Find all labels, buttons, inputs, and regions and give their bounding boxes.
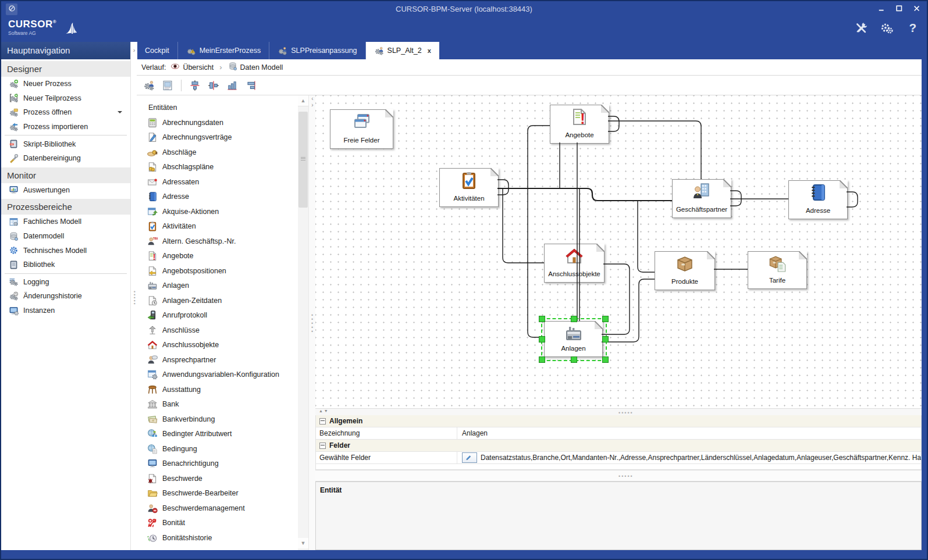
entity-item-akquise-aktionen[interactable]: Akquise-Aktionen [137, 204, 298, 219]
sidebar-item-skript-bibliothek[interactable]: Skript-Bibliothek [1, 137, 130, 151]
diagram-node-anschlussobjekte[interactable]: Anschlussobjekte [544, 244, 605, 283]
horizontal-splitter-grip-2[interactable]: ••••• [618, 473, 634, 479]
property-row-bezeichnung[interactable]: BezeichnungAnlagen [316, 427, 921, 440]
tab-cockpit[interactable]: Cockpit [137, 42, 178, 59]
diagram-edge-bus-produkte[interactable] [638, 201, 655, 272]
entity-item-anwendungsvariablen-konfiguration[interactable]: Anwendungsvariablen-Konfiguration [137, 368, 298, 383]
selection-handle[interactable] [571, 356, 577, 363]
sidebar-item-nderungshistorie[interactable]: Änderungshistorie [1, 289, 130, 304]
entity-item-anlagen-zeitdaten[interactable]: Anlagen-Zeitdaten [137, 293, 298, 308]
entity-item-bedingung[interactable]: Bedingung [137, 441, 298, 456]
selection-handle[interactable] [602, 336, 609, 343]
diagram-node-produkte[interactable]: Produkte [655, 251, 715, 290]
diagram-node-angebote[interactable]: !Angebote [550, 105, 609, 144]
property-group-felder[interactable]: Felder [316, 440, 921, 452]
scrollbar-thumb[interactable] [298, 112, 308, 208]
entity-item-benachrichtigung[interactable]: Benachrichtigung [137, 456, 298, 472]
scroll-down-icon[interactable]: ▼ [298, 538, 308, 548]
align-vertical-button[interactable] [187, 78, 202, 93]
diagram-edge-geschaeftspartner-selfloop[interactable] [730, 191, 741, 206]
splitter-arrows[interactable]: ▲ ▼ [319, 409, 328, 413]
arrange-chart-button[interactable] [225, 78, 240, 93]
chevron-down-icon[interactable] [118, 111, 122, 116]
align-right-button[interactable] [243, 78, 258, 93]
diagram-node-adresse[interactable]: Adresse [788, 180, 848, 219]
entity-item-anschlussobjekte[interactable]: Anschlussobjekte [137, 338, 298, 353]
entity-list-scrollbar[interactable]: ▲ ▼ [298, 95, 308, 550]
entity-item-bedingter-attributwert[interactable]: Bedingter Attributwert [137, 427, 298, 442]
diagram-node-freie_felder[interactable]: Freie Felder [330, 109, 393, 149]
sidebar-item-prozess-ffnen[interactable]: Prozess öffnen [1, 105, 130, 120]
tools-button[interactable] [855, 21, 867, 34]
entity-item-bonit-tshistorie[interactable]: Bonitätshistorie [137, 530, 298, 545]
entity-item-abrechnungsdaten[interactable]: Abrechnungsdaten [137, 115, 298, 130]
entity-item-altern-gesch-ftsp-nr[interactable]: 789Altern. Geschäftsp.-Nr. [137, 234, 298, 249]
sidebar-item-logging[interactable]: Logging [1, 275, 130, 290]
edit-fields-button[interactable] [462, 452, 477, 463]
diagram-edge-adresse-selfloop[interactable] [847, 192, 858, 207]
diagram-node-aktivitaeten[interactable]: Aktivitäten [439, 168, 499, 207]
entity-item-abschlagspl-ne[interactable]: Abschlagspläne [137, 160, 298, 175]
selection-handle[interactable] [571, 316, 577, 322]
tab-meinersterprozess[interactable]: MeinErsterProzess [178, 42, 270, 59]
entity-item-beschwerde-bearbeiter[interactable]: Beschwerde-Bearbeiter [137, 486, 298, 501]
entity-item-bankverbindung[interactable]: Bankverbindung [137, 412, 298, 427]
diagram-node-anlagen[interactable]: Anlagen [544, 321, 603, 357]
diagram-node-geschaeftspartner[interactable]: Geschäftspartner [672, 179, 731, 218]
sidebar-item-auswertungen[interactable]: Auswertungen [1, 183, 130, 198]
tab-slppreisanpassung[interactable]: SLPPreisanpassung [269, 42, 365, 59]
vertical-splitter-grip[interactable]: ••••• [311, 313, 313, 334]
sidebar-item-datenmodell[interactable]: Datenmodell [1, 229, 130, 244]
breadcrumb-item-daten-modell[interactable]: Daten Modell [228, 62, 283, 73]
entity-item-bank[interactable]: Bank [137, 397, 298, 412]
tab-close-icon[interactable]: x [428, 47, 431, 54]
property-group-allgemein[interactable]: Allgemein [316, 415, 921, 427]
selection-handle[interactable] [539, 316, 545, 322]
entity-item-angebotspositionen[interactable]: Angebotspositionen [137, 263, 298, 279]
sidebar-item-neuer-prozess[interactable]: Neuer Prozess [1, 77, 130, 91]
sidebar-item-instanzen[interactable]: Instanzen [1, 304, 130, 318]
selection-handle[interactable] [539, 356, 545, 363]
selection-handle[interactable] [602, 316, 609, 322]
selection-handle[interactable] [602, 356, 609, 363]
sidebar-item-technisches-modell[interactable]: Technisches Modell [1, 243, 130, 258]
tab-slp-alt-2[interactable]: SLP_Alt_2x [366, 42, 439, 59]
entity-item-ansprechpartner[interactable]: Ansprechpartner [137, 352, 298, 368]
collapse-icon[interactable] [319, 418, 326, 425]
diagram-edge-angebote-anlagen-left[interactable] [528, 126, 550, 337]
sidebar-item-bibliothek[interactable]: Bibliothek [1, 258, 130, 272]
sidebar-item-datenbereinigung[interactable]: Datenbereinigung [1, 151, 130, 166]
selection-handle[interactable] [539, 336, 545, 343]
entity-item-adressaten[interactable]: Adressaten [137, 174, 298, 190]
entity-item-ausstattung[interactable]: Ausstattung [137, 382, 298, 397]
horizontal-splitter-bottom[interactable]: ••••• [315, 470, 922, 481]
entity-item-beschwerde[interactable]: Beschwerde [137, 471, 298, 486]
diagram-edge-angebote-geschaeftspartner[interactable] [608, 121, 701, 179]
process-tool-button[interactable] [141, 78, 157, 93]
diagram-edge-bus-anschlussobjekte[interactable] [503, 188, 544, 263]
entity-item-beschwerdemanagement[interactable]: Beschwerdemanagement [137, 501, 298, 516]
entity-item-anrufprotokoll[interactable]: Anrufprotokoll [137, 308, 298, 323]
diagram-node-tarife[interactable]: Tarife [748, 251, 807, 289]
entity-item-anlagen[interactable]: Anlagen [137, 279, 298, 294]
diagram-edge-anschlussobjekte-anlagen[interactable] [602, 264, 630, 334]
sidebar-item-fachliches-modell[interactable]: Fachliches Modell [1, 215, 130, 229]
diagram-canvas[interactable]: Freie Felder!AngeboteAktivitätenGeschäft… [315, 95, 922, 408]
entity-item-aktivit-ten[interactable]: Aktivitäten [137, 219, 298, 234]
scroll-up-icon[interactable]: ▲ [298, 95, 308, 106]
property-row-gew-hlte-felder[interactable]: Gewählte FelderDatensatzstatus,Branche,O… [316, 452, 921, 464]
entity-item-adresse[interactable]: Adresse [137, 190, 298, 205]
breadcrumb-item-uebersicht[interactable]: Übersicht [170, 62, 214, 73]
entity-item-abrechnungsvertr-ge[interactable]: Abrechnungsverträge [137, 130, 298, 145]
entity-item-abschl-ge[interactable]: Abschläge [137, 145, 298, 160]
diagram-edge-produkte-anlagen[interactable] [602, 279, 655, 342]
sidebar-splitter-grip[interactable]: ••••• [133, 291, 136, 306]
diagram-edge-aktivitaeten-geschaeftspartner[interactable] [497, 188, 672, 201]
help-button[interactable]: ? [906, 21, 919, 34]
maximize-button[interactable] [895, 5, 904, 13]
collapse-icon[interactable] [319, 443, 326, 449]
settings-button[interactable] [880, 21, 893, 34]
sidebar-item-neuer-teilprozess[interactable]: Neuer Teilprozess [1, 91, 130, 106]
sidebar-item-prozess-importieren[interactable]: Prozess importieren [1, 120, 130, 134]
close-button[interactable] [913, 5, 921, 13]
